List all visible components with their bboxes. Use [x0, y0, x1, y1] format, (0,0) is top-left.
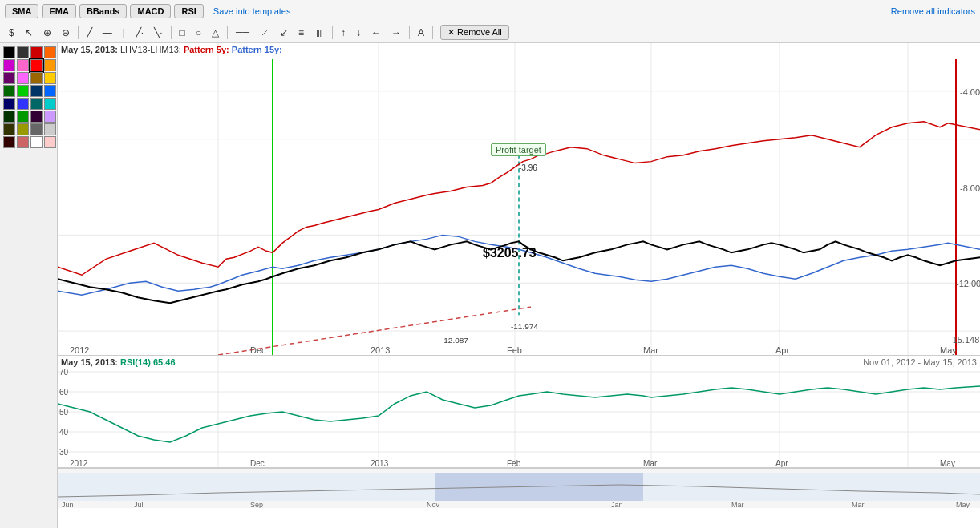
color-swatch-9[interactable]	[17, 72, 29, 84]
vgrid-tool[interactable]: ⫼	[310, 26, 328, 40]
svg-text:Feb: Feb	[507, 345, 522, 355]
ray-tool[interactable]: ╲·	[150, 26, 166, 40]
color-swatch-14[interactable]	[30, 85, 43, 97]
remove-all-indicators-link[interactable]: Remove all indicators	[891, 6, 975, 16]
color-swatch-2[interactable]	[30, 46, 43, 58]
chart-container: May 15, 2013: LHV13-LHM13: Pattern 5y: P…	[58, 43, 980, 528]
rsi-date: May 15, 2013:	[61, 357, 118, 367]
color-swatch-4[interactable]	[3, 59, 15, 71]
color-grid	[3, 46, 54, 148]
color-swatch-23[interactable]	[44, 111, 56, 123]
down-arrow-tool[interactable]: ↓	[352, 26, 365, 40]
zoom-out-tool[interactable]: ⊖	[58, 26, 74, 40]
svg-text:Sep: Sep	[250, 501, 263, 508]
dollar-tool[interactable]: $	[5, 26, 18, 40]
profit-target-box: Profit target	[491, 143, 546, 156]
main-chart[interactable]: May 15, 2013: LHV13-LHM13: Pattern 5y: P…	[58, 43, 980, 356]
dash-tool[interactable]: ╱·	[132, 26, 148, 40]
color-swatch-13[interactable]	[17, 85, 29, 97]
drawing-toolbar: $ ↖ ⊕ ⊖ ╱ — | ╱· ╲· □ ○ △ ══ ⟋ ↙ ≡ ⫼ ↑ ↓…	[0, 22, 980, 43]
remove-all-button[interactable]: ✕ Remove All	[440, 25, 509, 40]
hline-tool[interactable]: —	[99, 26, 116, 40]
main-chart-svg: 2012 Dec 2013 Feb Mar Apr May -4.000 -8.…	[58, 43, 980, 355]
svg-text:50: 50	[59, 408, 69, 417]
line-tool[interactable]: ╱	[83, 26, 96, 40]
up-arrow-tool[interactable]: ↑	[337, 26, 350, 40]
triangle-tool[interactable]: △	[208, 26, 223, 40]
svg-text:Dec: Dec	[250, 345, 266, 355]
timeline-nav[interactable]: Jun Jul Sep Nov Jan Mar Mar May	[58, 468, 980, 508]
rect-tool[interactable]: □	[176, 26, 189, 40]
color-swatch-31[interactable]	[44, 136, 56, 148]
color-swatch-21[interactable]	[17, 111, 29, 123]
color-swatch-8[interactable]	[3, 72, 15, 84]
circle-tool[interactable]: ○	[192, 26, 205, 40]
color-swatch-28[interactable]	[3, 136, 15, 148]
svg-text:Mar: Mar	[643, 345, 658, 355]
svg-text:Apr: Apr	[775, 345, 789, 355]
rsi-button[interactable]: RSI	[174, 4, 203, 18]
cursor-tool[interactable]: ↖	[21, 26, 37, 40]
pattern-15y-label: Pattern 15y:	[232, 45, 282, 54]
color-swatch-27[interactable]	[44, 123, 56, 135]
separator-1	[78, 26, 79, 39]
color-swatch-6[interactable]	[30, 59, 43, 71]
right-arrow-tool[interactable]: →	[387, 26, 405, 40]
rsi-label-value: RSI(14) 65.46	[120, 357, 176, 367]
color-swatch-11[interactable]	[44, 72, 56, 84]
color-swatch-24[interactable]	[3, 123, 15, 135]
color-swatch-19[interactable]	[44, 98, 56, 110]
svg-text:70: 70	[59, 368, 69, 377]
color-swatch-1[interactable]	[17, 46, 29, 58]
color-swatch-25[interactable]	[17, 123, 29, 135]
color-swatch-7[interactable]	[44, 59, 56, 71]
vline-tool[interactable]: |	[119, 26, 129, 40]
color-swatch-18[interactable]	[30, 98, 43, 110]
ema-button[interactable]: EMA	[42, 4, 75, 18]
color-swatch-17[interactable]	[17, 98, 29, 110]
svg-text:Mar: Mar	[731, 501, 744, 508]
color-swatch-5[interactable]	[17, 59, 29, 71]
color-swatch-20[interactable]	[3, 111, 15, 123]
rsi-chart[interactable]: May 15, 2013: RSI(14) 65.46 Nov 01, 2012…	[58, 356, 980, 468]
svg-text:2012: 2012	[70, 345, 89, 355]
color-swatch-10[interactable]	[30, 72, 43, 84]
svg-text:May: May	[956, 501, 970, 508]
separator-4	[332, 26, 333, 39]
fib-tool[interactable]: ↙	[276, 26, 292, 40]
color-swatch-16[interactable]	[3, 98, 15, 110]
save-templates-link[interactable]: Save into templates	[213, 6, 291, 16]
macd-button[interactable]: MACD	[130, 4, 171, 18]
zoom-in-tool[interactable]: ⊕	[39, 26, 55, 40]
profit-target-value: -3.96	[519, 163, 537, 172]
color-swatch-12[interactable]	[3, 85, 15, 97]
pitchfork-tool[interactable]: ⟋	[256, 26, 273, 40]
svg-text:Mar: Mar	[643, 459, 658, 468]
main-layout: May 15, 2013: LHV13-LHM13: Pattern 5y: P…	[0, 43, 980, 528]
svg-text:May: May	[940, 459, 955, 468]
bbands-button[interactable]: BBands	[79, 4, 128, 18]
chart-date: May 15, 2013:	[61, 45, 118, 54]
svg-text:Feb: Feb	[507, 459, 521, 468]
color-swatch-22[interactable]	[30, 111, 43, 123]
grid-tool[interactable]: ≡	[294, 26, 308, 40]
svg-text:Jul: Jul	[134, 501, 144, 508]
color-swatch-26[interactable]	[30, 123, 43, 135]
left-arrow-tool[interactable]: ←	[367, 26, 385, 40]
color-swatch-3[interactable]	[44, 46, 56, 58]
svg-text:-12.087: -12.087	[441, 336, 468, 345]
color-swatch-30[interactable]	[30, 136, 43, 148]
svg-text:Dec: Dec	[250, 459, 265, 468]
sma-button[interactable]: SMA	[5, 4, 38, 18]
separator-3	[227, 26, 228, 39]
svg-text:Nov: Nov	[427, 501, 440, 508]
pattern-5y-label: Pattern 5y:	[184, 45, 229, 54]
svg-text:-15.148: -15.148	[950, 335, 979, 345]
color-swatch-29[interactable]	[17, 136, 29, 148]
color-swatch-15[interactable]	[44, 85, 56, 97]
text-tool[interactable]: A	[414, 26, 428, 40]
svg-text:-12.000: -12.000	[956, 279, 980, 288]
color-swatch-0[interactable]	[3, 46, 15, 58]
channel-tool[interactable]: ══	[232, 26, 253, 40]
top-toolbar: SMA EMA BBands MACD RSI Save into templa…	[0, 0, 980, 22]
